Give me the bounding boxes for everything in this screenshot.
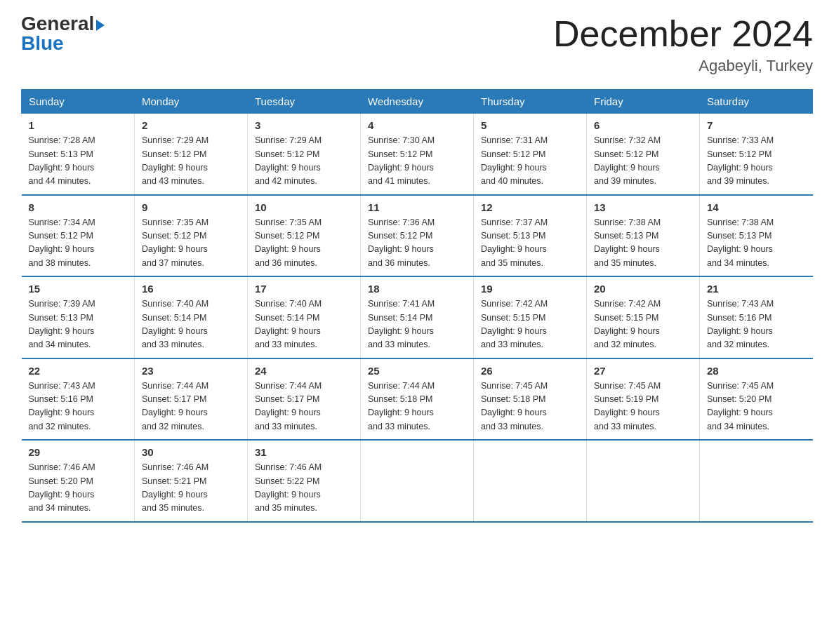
page-header: General Blue December 2024 Agabeyli, Tur… — [21, 14, 813, 75]
calendar-cell: 28 Sunrise: 7:45 AMSunset: 5:20 PMDaylig… — [700, 358, 813, 441]
calendar-cell: 4 Sunrise: 7:30 AMSunset: 5:12 PMDayligh… — [361, 114, 474, 195]
day-info: Sunrise: 7:46 AMSunset: 5:22 PMDaylight:… — [255, 462, 322, 513]
day-number: 21 — [707, 283, 806, 295]
calendar-cell: 9 Sunrise: 7:35 AMSunset: 5:12 PMDayligh… — [135, 195, 248, 277]
day-info: Sunrise: 7:44 AMSunset: 5:17 PMDaylight:… — [255, 381, 322, 431]
calendar-cell: 17 Sunrise: 7:40 AMSunset: 5:14 PMDaylig… — [248, 276, 361, 358]
day-number: 2 — [142, 119, 240, 131]
header-friday: Friday — [587, 90, 700, 114]
calendar-header: Sunday Monday Tuesday Wednesday Thursday… — [22, 90, 813, 114]
day-number: 3 — [255, 119, 353, 131]
calendar-cell: 13 Sunrise: 7:38 AMSunset: 5:13 PMDaylig… — [587, 195, 700, 277]
day-number: 1 — [29, 119, 128, 131]
day-number: 26 — [481, 365, 579, 377]
header-sunday: Sunday — [22, 90, 135, 114]
logo-triangle-icon — [96, 20, 105, 31]
day-info: Sunrise: 7:40 AMSunset: 5:14 PMDaylight:… — [255, 299, 322, 349]
calendar-cell — [361, 440, 474, 522]
header-monday: Monday — [135, 90, 248, 114]
day-info: Sunrise: 7:28 AMSunset: 5:13 PMDaylight:… — [29, 135, 95, 186]
calendar-cell: 11 Sunrise: 7:36 AMSunset: 5:12 PMDaylig… — [361, 195, 474, 277]
calendar-cell: 8 Sunrise: 7:34 AMSunset: 5:12 PMDayligh… — [22, 195, 135, 277]
day-number: 9 — [142, 201, 240, 213]
day-number: 4 — [368, 119, 466, 131]
day-number: 27 — [594, 365, 692, 377]
calendar-cell: 24 Sunrise: 7:44 AMSunset: 5:17 PMDaylig… — [248, 358, 361, 441]
calendar-cell: 23 Sunrise: 7:44 AMSunset: 5:17 PMDaylig… — [135, 358, 248, 441]
calendar-body: 1 Sunrise: 7:28 AMSunset: 5:13 PMDayligh… — [22, 114, 813, 522]
day-info: Sunrise: 7:45 AMSunset: 5:18 PMDaylight:… — [481, 381, 548, 431]
calendar-cell: 12 Sunrise: 7:37 AMSunset: 5:13 PMDaylig… — [474, 195, 587, 277]
calendar-cell: 25 Sunrise: 7:44 AMSunset: 5:18 PMDaylig… — [361, 358, 474, 441]
day-info: Sunrise: 7:34 AMSunset: 5:12 PMDaylight:… — [29, 217, 95, 268]
day-info: Sunrise: 7:41 AMSunset: 5:14 PMDaylight:… — [368, 299, 435, 349]
day-number: 8 — [29, 201, 128, 213]
calendar-cell — [587, 440, 700, 522]
logo-blue-text: Blue — [21, 34, 64, 53]
day-info: Sunrise: 7:32 AMSunset: 5:12 PMDaylight:… — [594, 135, 661, 186]
day-info: Sunrise: 7:39 AMSunset: 5:13 PMDaylight:… — [29, 299, 95, 349]
day-info: Sunrise: 7:44 AMSunset: 5:18 PMDaylight:… — [368, 381, 435, 431]
day-number: 10 — [255, 201, 353, 213]
calendar-cell: 30 Sunrise: 7:46 AMSunset: 5:21 PMDaylig… — [135, 440, 248, 522]
day-info: Sunrise: 7:42 AMSunset: 5:15 PMDaylight:… — [481, 299, 548, 349]
calendar-cell: 26 Sunrise: 7:45 AMSunset: 5:18 PMDaylig… — [474, 358, 587, 441]
day-number: 12 — [481, 201, 579, 213]
day-number: 14 — [707, 201, 806, 213]
day-number: 17 — [255, 283, 353, 295]
calendar-cell: 21 Sunrise: 7:43 AMSunset: 5:16 PMDaylig… — [700, 276, 813, 358]
calendar-cell: 6 Sunrise: 7:32 AMSunset: 5:12 PMDayligh… — [587, 114, 700, 195]
day-info: Sunrise: 7:38 AMSunset: 5:13 PMDaylight:… — [707, 217, 774, 268]
day-number: 30 — [142, 446, 240, 458]
calendar-cell: 29 Sunrise: 7:46 AMSunset: 5:20 PMDaylig… — [22, 440, 135, 522]
day-number: 7 — [707, 119, 806, 131]
calendar-cell: 7 Sunrise: 7:33 AMSunset: 5:12 PMDayligh… — [700, 114, 813, 195]
day-number: 24 — [255, 365, 353, 377]
day-info: Sunrise: 7:30 AMSunset: 5:12 PMDaylight:… — [368, 135, 435, 186]
day-info: Sunrise: 7:46 AMSunset: 5:21 PMDaylight:… — [142, 462, 208, 513]
day-number: 11 — [368, 201, 466, 213]
calendar-cell — [474, 440, 587, 522]
day-number: 6 — [594, 119, 692, 131]
calendar-cell: 3 Sunrise: 7:29 AMSunset: 5:12 PMDayligh… — [248, 114, 361, 195]
day-number: 15 — [29, 283, 128, 295]
logo-general-text: General — [21, 14, 94, 34]
day-number: 29 — [29, 446, 128, 458]
day-info: Sunrise: 7:43 AMSunset: 5:16 PMDaylight:… — [29, 381, 95, 431]
logo: General Blue — [21, 14, 105, 53]
calendar-cell — [700, 440, 813, 522]
calendar-cell: 5 Sunrise: 7:31 AMSunset: 5:12 PMDayligh… — [474, 114, 587, 195]
location: Agabeyli, Turkey — [553, 57, 813, 75]
calendar-cell: 10 Sunrise: 7:35 AMSunset: 5:12 PMDaylig… — [248, 195, 361, 277]
day-info: Sunrise: 7:44 AMSunset: 5:17 PMDaylight:… — [142, 381, 208, 431]
header-tuesday: Tuesday — [248, 90, 361, 114]
day-info: Sunrise: 7:43 AMSunset: 5:16 PMDaylight:… — [707, 299, 774, 349]
day-number: 23 — [142, 365, 240, 377]
day-info: Sunrise: 7:46 AMSunset: 5:20 PMDaylight:… — [29, 462, 95, 513]
calendar-cell: 27 Sunrise: 7:45 AMSunset: 5:19 PMDaylig… — [587, 358, 700, 441]
day-info: Sunrise: 7:29 AMSunset: 5:12 PMDaylight:… — [142, 135, 208, 186]
day-info: Sunrise: 7:37 AMSunset: 5:13 PMDaylight:… — [481, 217, 548, 268]
calendar-cell: 16 Sunrise: 7:40 AMSunset: 5:14 PMDaylig… — [135, 276, 248, 358]
calendar-cell: 1 Sunrise: 7:28 AMSunset: 5:13 PMDayligh… — [22, 114, 135, 195]
title-area: December 2024 Agabeyli, Turkey — [553, 14, 813, 75]
calendar-cell: 22 Sunrise: 7:43 AMSunset: 5:16 PMDaylig… — [22, 358, 135, 441]
calendar-cell: 31 Sunrise: 7:46 AMSunset: 5:22 PMDaylig… — [248, 440, 361, 522]
header-saturday: Saturday — [700, 90, 813, 114]
day-info: Sunrise: 7:35 AMSunset: 5:12 PMDaylight:… — [142, 217, 208, 268]
day-number: 20 — [594, 283, 692, 295]
day-number: 13 — [594, 201, 692, 213]
day-info: Sunrise: 7:36 AMSunset: 5:12 PMDaylight:… — [368, 217, 435, 268]
month-title: December 2024 — [553, 14, 813, 54]
day-number: 19 — [481, 283, 579, 295]
day-number: 31 — [255, 446, 353, 458]
header-thursday: Thursday — [474, 90, 587, 114]
calendar-cell: 19 Sunrise: 7:42 AMSunset: 5:15 PMDaylig… — [474, 276, 587, 358]
day-number: 25 — [368, 365, 466, 377]
day-info: Sunrise: 7:29 AMSunset: 5:12 PMDaylight:… — [255, 135, 322, 186]
calendar-cell: 20 Sunrise: 7:42 AMSunset: 5:15 PMDaylig… — [587, 276, 700, 358]
calendar-table: Sunday Monday Tuesday Wednesday Thursday… — [21, 89, 813, 523]
calendar-cell: 2 Sunrise: 7:29 AMSunset: 5:12 PMDayligh… — [135, 114, 248, 195]
day-number: 5 — [481, 119, 579, 131]
day-info: Sunrise: 7:35 AMSunset: 5:12 PMDaylight:… — [255, 217, 322, 268]
